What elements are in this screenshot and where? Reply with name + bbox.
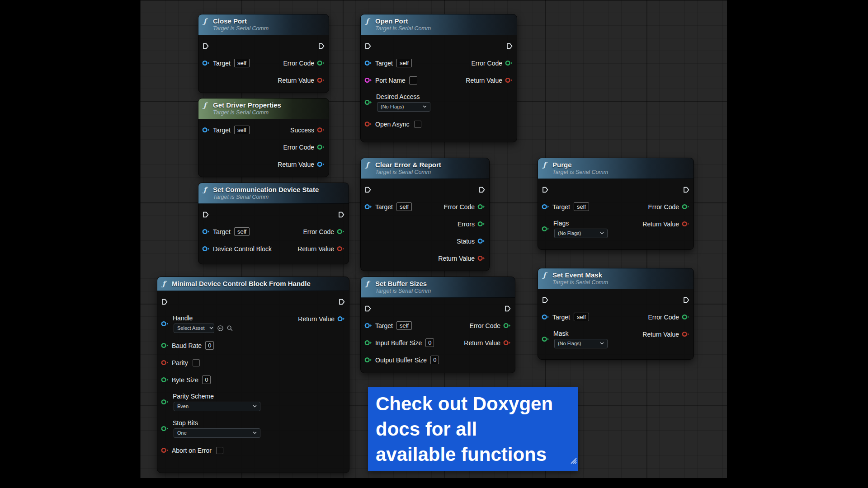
node-purge[interactable]: ƒPurgeTarget is Serial CommTargetselfFla… — [538, 158, 694, 250]
flags-pin[interactable] — [542, 226, 550, 232]
parity-scheme-dropdown[interactable]: Even — [174, 402, 260, 411]
parity-pin[interactable] — [161, 360, 169, 366]
exec-in-pin[interactable] — [202, 211, 209, 218]
handle-pin[interactable] — [161, 321, 169, 327]
node-subtitle: Target is Serial Comm — [375, 25, 511, 32]
browse-asset-icon[interactable] — [226, 325, 233, 332]
return-value-pin[interactable] — [682, 221, 690, 227]
mask-pin[interactable] — [542, 336, 550, 342]
error-code-pin[interactable] — [317, 144, 325, 150]
stop-bits-pin[interactable] — [161, 426, 169, 432]
exec-in-pin[interactable] — [202, 42, 209, 50]
return-value-pin[interactable] — [505, 77, 513, 83]
desired-access-dropdown[interactable]: (No Flags) — [377, 102, 430, 112]
abort-on-error-checkbox[interactable] — [216, 447, 223, 454]
error-code-pin[interactable] — [477, 204, 486, 210]
node-open-port[interactable]: ƒOpen PortTarget is Serial CommTargetsel… — [360, 14, 517, 142]
input-buffer-size-pin[interactable] — [364, 340, 373, 346]
node-set-communication-device-state[interactable]: ƒSet Communication Device StateTarget is… — [198, 183, 349, 264]
success-pin[interactable] — [317, 127, 325, 133]
target-pin[interactable] — [542, 314, 550, 320]
return-value-pin[interactable] — [337, 246, 345, 252]
target-pin[interactable] — [202, 127, 210, 133]
comment-box[interactable]: Check out Doxygendocs for allavailable f… — [368, 387, 578, 471]
use-selected-asset-icon[interactable] — [217, 325, 224, 332]
target-input[interactable]: self — [396, 202, 412, 211]
error-code-pin[interactable] — [682, 204, 690, 210]
pin-label: Desired Access — [376, 93, 430, 100]
baud-rate-input[interactable]: 0 — [205, 341, 214, 350]
exec-out-pin[interactable] — [506, 42, 513, 50]
status-pin[interactable] — [477, 238, 486, 244]
output-buffer-size-pin[interactable] — [364, 357, 373, 363]
error-code-pin[interactable] — [317, 60, 325, 66]
exec-out-pin[interactable] — [683, 296, 690, 304]
target-pin[interactable] — [364, 204, 373, 210]
target-input[interactable]: self — [234, 59, 250, 67]
handle-asset-picker[interactable]: Select Asset — [174, 324, 214, 333]
parity-scheme-pin[interactable] — [161, 399, 169, 405]
chevron-down-icon — [209, 327, 213, 329]
comment-resize-handle[interactable] — [569, 445, 577, 470]
error-code-pin[interactable] — [505, 60, 513, 66]
exec-in-pin[interactable] — [542, 296, 549, 304]
target-pin[interactable] — [364, 323, 373, 328]
exec-in-pin[interactable] — [542, 186, 549, 193]
exec-out-pin[interactable] — [504, 305, 511, 312]
target-pin[interactable] — [202, 229, 210, 235]
target-input[interactable]: self — [234, 227, 250, 236]
byte-size-pin[interactable] — [161, 377, 169, 383]
parity-checkbox[interactable] — [193, 359, 200, 366]
port-name-input[interactable] — [409, 76, 417, 84]
target-input[interactable]: self — [396, 59, 412, 67]
target-input[interactable]: self — [574, 313, 589, 321]
exec-out-pin[interactable] — [478, 186, 486, 193]
return-value-pin[interactable] — [317, 161, 325, 167]
output-buffer-size-input[interactable]: 0 — [430, 356, 439, 364]
target-input[interactable]: self — [396, 321, 412, 330]
return-value-pin[interactable] — [317, 77, 325, 83]
port-name-pin[interactable] — [364, 77, 373, 83]
return-value-pin[interactable] — [337, 316, 345, 322]
return-value-pin[interactable] — [503, 340, 511, 346]
node-set-event-mask[interactable]: ƒSet Event MaskTarget is Serial CommTarg… — [538, 268, 694, 360]
target-pin[interactable] — [364, 60, 373, 66]
exec-in-pin[interactable] — [364, 42, 372, 50]
return-value-pin[interactable] — [477, 255, 486, 261]
open-async-pin[interactable] — [364, 121, 373, 127]
node-minimal-device-control-block-from-handle[interactable]: ƒMinimal Device Control Block From Handl… — [157, 277, 349, 473]
exec-out-pin[interactable] — [338, 298, 345, 305]
exec-out-pin[interactable] — [338, 211, 345, 218]
exec-in-pin[interactable] — [161, 298, 168, 305]
target-input[interactable]: self — [234, 126, 250, 134]
node-set-buffer-sizes[interactable]: ƒSet Buffer SizesTarget is Serial CommTa… — [360, 277, 515, 373]
pin-label: Port Name — [375, 77, 406, 84]
abort-on-error-pin[interactable] — [161, 447, 169, 453]
exec-out-pin[interactable] — [318, 42, 325, 50]
error-code-pin[interactable] — [337, 229, 345, 235]
stop-bits-dropdown[interactable]: One — [174, 428, 260, 438]
return-value-pin[interactable] — [682, 331, 690, 337]
pin-label: Success — [290, 127, 314, 134]
pin-label: Error Code — [470, 322, 500, 329]
errors-pin[interactable] — [477, 221, 486, 227]
node-clear-error-report[interactable]: ƒClear Error & ReportTarget is Serial Co… — [360, 158, 490, 271]
device-control-block-pin[interactable] — [202, 246, 210, 252]
baud-rate-pin[interactable] — [161, 343, 169, 348]
input-buffer-size-input[interactable]: 0 — [425, 338, 434, 347]
target-input[interactable]: self — [574, 202, 589, 211]
byte-size-input[interactable]: 0 — [202, 375, 211, 384]
flags-dropdown[interactable]: (No Flags) — [554, 229, 608, 238]
exec-in-pin[interactable] — [364, 186, 372, 193]
mask-dropdown[interactable]: (No Flags) — [554, 339, 608, 348]
exec-out-pin[interactable] — [683, 186, 690, 193]
target-pin[interactable] — [542, 204, 550, 210]
node-get-driver-properties[interactable]: ƒGet Driver PropertiesTarget is Serial C… — [198, 98, 329, 177]
error-code-pin[interactable] — [503, 323, 511, 328]
target-pin[interactable] — [202, 60, 210, 66]
open-async-checkbox[interactable] — [414, 121, 421, 128]
node-close-port[interactable]: ƒClose PortTarget is Serial CommTargetse… — [198, 14, 329, 93]
exec-in-pin[interactable] — [364, 305, 372, 312]
desired-access-pin[interactable] — [364, 99, 373, 105]
error-code-pin[interactable] — [682, 314, 690, 320]
